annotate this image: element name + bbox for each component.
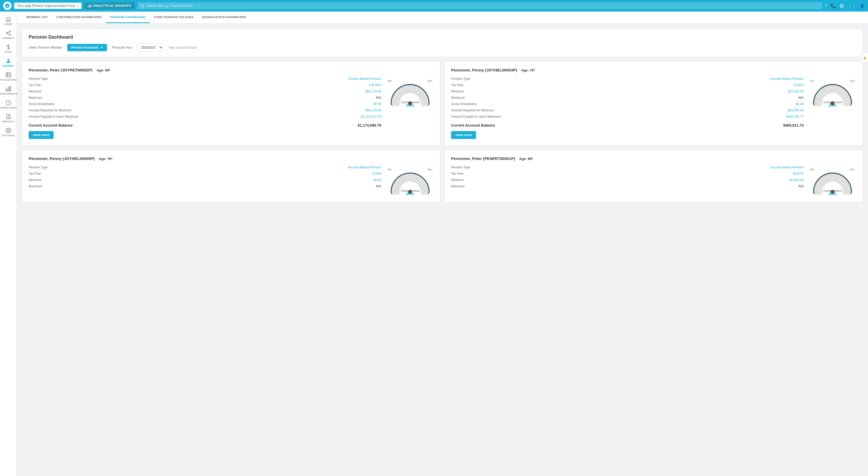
card-1-show-more-button[interactable]: show more	[29, 131, 54, 139]
card-1-amount-required: $56,170.00	[366, 108, 381, 112]
sidebar-item-accounting[interactable]: ACCOUNTING	[0, 70, 17, 83]
card-3-gauge-center: Current Amount $0.00	[401, 189, 419, 196]
card-2-balance: $465,611.73	[783, 123, 804, 127]
svg-rect-18	[6, 89, 7, 91]
svg-point-24	[8, 130, 9, 131]
tab-member-list[interactable]: MEMBER LIST	[22, 12, 52, 23]
card-4-header: Pensioner, Peter (PENPET00001P) Age: 69*	[451, 156, 856, 161]
card-1-gauge: Min Max	[386, 77, 434, 139]
feedback-tab[interactable]: 👍	[861, 53, 868, 63]
card-4-pension-type[interactable]: Account Based Pension	[770, 165, 804, 169]
pension-cards-grid: Pensioner, Peter (JOYPET00002P) Age: 69*…	[22, 61, 863, 202]
phone-icon[interactable]: 📞	[831, 3, 836, 8]
svg-point-9	[9, 34, 10, 36]
svg-line-6	[143, 6, 144, 7]
search-bar[interactable]: Search 360, e.g. Transaction Ref	[137, 2, 822, 9]
card-2-tax-free: 74.82%	[793, 83, 804, 87]
sidebar-item-settings[interactable]: SETTINGS	[0, 126, 17, 139]
card-2-gauge: Min Max Current Amount $0.00	[809, 77, 856, 139]
card-4-maximum: N/A	[798, 184, 804, 188]
search-icon	[141, 4, 144, 8]
card-1-amount-payable-row: Amount Payable to reach Maximum $1,123,3…	[29, 115, 381, 119]
sidebar-item-compliance[interactable]: COMPLIANCE	[0, 98, 17, 111]
sidebar-item-fund[interactable]: FUND	[0, 42, 17, 56]
card-3-body: Pension Type Account Based Pension Tax F…	[29, 165, 434, 196]
pension-type-label: Pension Type	[29, 77, 48, 81]
card-1-minimum: $56,170.00	[366, 90, 381, 93]
card-2-maximum-row: Maximum N/A	[451, 96, 804, 100]
tab-pension-dashboard[interactable]: PENSION DASHBOARD	[106, 12, 150, 23]
card-1-balance-row: Current Account Balance $1,174,586.79	[29, 122, 381, 127]
card-1-maximum: N/A	[376, 96, 381, 100]
pension-card-3: Pensioner, Penny (JOYHEL00005P) Age: 70*…	[22, 150, 440, 202]
card-2-pension-type[interactable]: Account Based Pension	[770, 77, 804, 81]
content-area: Pension Dashboard Select Pension Member …	[17, 24, 868, 208]
svg-point-5	[141, 4, 143, 6]
card-3-maximum-row: Maximum N/A	[29, 184, 381, 188]
card-3-name: Pensioner, Penny (JOYHEL00005P)	[29, 156, 95, 161]
card-1-gauge-center: Current Amount $0.00	[401, 101, 419, 107]
card-1-pension-type-row: Pension Type Account Based Pension	[29, 77, 381, 81]
power-icon[interactable]: ⏻	[840, 3, 844, 8]
card-1-age: Age: 69*	[97, 68, 110, 72]
gross-drawdowns-label-2: Gross Drawdowns	[451, 102, 477, 106]
tab-fund-pension-policies[interactable]: FUND PENSION POLICIES	[150, 12, 197, 23]
card-2-minimum: $22,260.00	[788, 90, 804, 93]
balance-label-2: Current Account Balance	[451, 123, 495, 127]
card-1-pension-type[interactable]: Account Based Pension	[348, 77, 381, 81]
card-4-pension-type-row: Pension Type Account Based Pension	[451, 165, 804, 169]
sidebar-item-home[interactable]: HOME	[0, 14, 17, 28]
tax-free-label: Tax Free	[29, 83, 41, 87]
sidebar-item-reports[interactable]: REPORTS	[0, 112, 17, 125]
tax-free-label-3: Tax Free	[29, 172, 41, 176]
card-1-gross-drawdowns-row: Gross Drawdowns $0.00	[29, 102, 381, 106]
amount-payable-label: Amount Payable to reach Maximum	[29, 115, 79, 119]
fund-selector[interactable]: The Large Pension Superannuation Fund ▼	[14, 3, 82, 9]
analytical-insights-button[interactable]: ANALYTICAL INSIGHTS	[84, 2, 135, 9]
pension-accounts-button[interactable]: Pension Accounts ▼	[67, 44, 107, 51]
tab-contribution-dashboard[interactable]: CONTRIBUTION DASHBOARD	[52, 12, 106, 23]
card-2-gauge-center: Current Amount $0.00	[823, 101, 842, 107]
card-3-header: Pensioner, Penny (JOYHEL00005P) Age: 70*	[29, 156, 434, 161]
help-icon[interactable]: ?	[825, 3, 827, 8]
svg-point-13	[7, 59, 9, 61]
maximum-label: Maximum	[29, 96, 42, 100]
user-icon[interactable]: 👤	[860, 3, 865, 8]
pension-card-4: Pensioner, Peter (PENPET00001P) Age: 69*…	[444, 150, 863, 202]
pension-card-1: Pensioner, Peter (JOYPET00002P) Age: 69*…	[22, 61, 440, 146]
card-2-show-more-button[interactable]: show more	[451, 131, 476, 139]
balance-label: Current Account Balance	[29, 123, 73, 127]
tab-segregation-dashboard[interactable]: SEGREGATION DASHBOARD	[197, 12, 250, 23]
financial-year-select[interactable]: 2016/2017	[137, 43, 163, 52]
sidebar-label-member: MEMBER	[3, 65, 14, 67]
svg-rect-3	[89, 5, 90, 7]
svg-rect-4	[91, 4, 91, 7]
grid-icon[interactable]: ⋮⋮	[847, 3, 856, 8]
card-2-amount-payable-row: Amount Payable to reach Maximum $445,292…	[451, 115, 804, 119]
sidebar-item-connect[interactable]: CONNECT	[0, 28, 17, 41]
card-2-amount-payable: $445,292.77	[786, 115, 804, 119]
card-3-pension-type[interactable]: Account Based Pension	[348, 165, 381, 169]
select-member-label: Select Pension Member	[29, 46, 62, 50]
pension-type-label-2: Pension Type	[451, 77, 470, 81]
card-2-amount-required-row: Amount Required for Minimum $22,260.00	[451, 108, 804, 112]
card-4-gauge-center: Current Amount $0.00	[823, 189, 842, 196]
svg-point-7	[9, 31, 10, 32]
card-2-amount-required: $22,260.00	[788, 108, 804, 112]
card-3-info: Pension Type Account Based Pension Tax F…	[29, 165, 381, 196]
sidebar-label-reports: REPORTS	[2, 120, 14, 123]
card-1-balance: $1,174,586.79	[358, 123, 381, 127]
age-note: *Age as at 01/07/2016	[168, 46, 197, 49]
card-2-minimum-row: Minimum $22,260.00	[451, 90, 804, 93]
card-2-header: Pensioner, Penny (JOYHEL00003P) Age: 70*	[451, 68, 856, 72]
card-1-amount-payable: $1,123,317.03	[361, 115, 381, 119]
dashboard-controls: Select Pension Member Pension Accounts ▼…	[29, 43, 856, 52]
fund-name: The Large Pension Superannuation Fund	[17, 4, 74, 8]
app-logo[interactable]: ☁	[3, 2, 11, 10]
card-1-tax-free: 100.00%	[369, 83, 381, 87]
sidebar-label-connect: CONNECT	[2, 37, 15, 39]
card-2-body: Pension Type Account Based Pension Tax F…	[451, 77, 856, 139]
sidebar-item-member[interactable]: MEMBER	[0, 56, 17, 69]
sidebar-item-investments[interactable]: INVESTMENTS	[0, 84, 17, 97]
svg-rect-19	[8, 88, 9, 91]
